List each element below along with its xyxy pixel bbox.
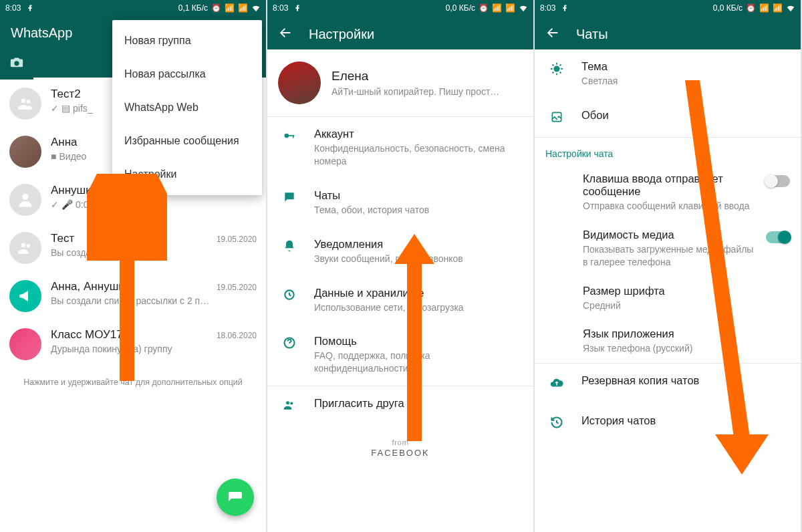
- group-avatar-icon: [9, 232, 41, 264]
- new-chat-fab[interactable]: [217, 479, 254, 516]
- back-button[interactable]: [545, 25, 560, 43]
- chat-title: Анна: [51, 136, 78, 149]
- signal-icon: 📶: [759, 3, 769, 13]
- signal-icon: 📶: [238, 3, 248, 13]
- back-button[interactable]: [278, 25, 293, 43]
- svg-point-18: [553, 65, 559, 72]
- app-bar: Чаты: [535, 16, 801, 49]
- setting-invite[interactable]: Пригласить друга: [267, 386, 533, 425]
- setting-subtitle: Отправка сообщений клавишей ввода: [583, 200, 758, 213]
- chat-row[interactable]: Тест 19.05.2020 Вы создали группу "Тест …: [0, 224, 266, 272]
- chat-subtitle: pifs_: [73, 103, 93, 114]
- facebook-icon: [26, 4, 34, 12]
- setting-subtitle: Использование сети, автозагрузка: [314, 301, 523, 314]
- svg-point-3: [21, 243, 26, 247]
- setting-title: Обои: [581, 109, 790, 122]
- section-header: Настройки чата: [535, 138, 801, 164]
- chat-title: Анна, Аннушка: [51, 280, 130, 293]
- setting-enter-send[interactable]: Клавиша ввода отправляет сообщение Отпра…: [535, 164, 801, 221]
- chat-subtitle: Вы создали список рассылки с 2 п…: [51, 295, 257, 306]
- toggle-switch[interactable]: [766, 175, 790, 187]
- setting-subtitle: Язык телефона (русский): [583, 342, 790, 355]
- chat-subtitle: Вы создали группу "Тест ": [51, 247, 257, 258]
- setting-subtitle: Показывать загруженные медиафайлы в гале…: [583, 243, 758, 269]
- check-icon: ✓: [51, 199, 59, 210]
- setting-theme[interactable]: Тема Светлая: [535, 49, 801, 98]
- panel-settings: 8:03 0,0 КБ/с ⏰ 📶 📶 Настройки Елена АйТи…: [267, 0, 535, 532]
- chat-icon: [281, 190, 298, 207]
- help-icon: [281, 336, 298, 352]
- svg-point-9: [285, 134, 289, 138]
- status-time: 8:03: [540, 3, 555, 13]
- panel-chats-settings: 8:03 0,0 КБ/с ⏰ 📶 📶 Чаты Тема Светлая Об…: [535, 0, 802, 532]
- svg-point-15: [290, 402, 293, 405]
- history-icon: [548, 416, 565, 432]
- wifi-icon: [786, 3, 795, 13]
- setting-chats[interactable]: Чаты Тема, обои, история чатов: [267, 178, 533, 227]
- setting-title: Видимость медиа: [583, 229, 758, 241]
- setting-help[interactable]: Помощь FAQ, поддержка, политика конфиден…: [267, 324, 533, 386]
- chat-subtitle: Дурында покинул(-а) группу: [51, 344, 257, 354]
- overflow-menu: Новая группа Новая рассылка WhatsApp Web…: [112, 20, 262, 195]
- svg-point-0: [21, 98, 26, 103]
- toggle-switch[interactable]: [766, 231, 790, 243]
- chat-subtitle: Видео: [59, 151, 86, 162]
- setting-app-language[interactable]: Язык приложения Язык телефона (русский): [535, 319, 801, 363]
- setting-subtitle: FAQ, поддержка, политика конфиденциально…: [314, 350, 523, 375]
- setting-account[interactable]: Аккаунт Конфиденциальность, безопасность…: [267, 117, 533, 178]
- setting-font-size[interactable]: Размер шрифта Средний: [535, 277, 801, 320]
- chat-title: Тест: [51, 232, 74, 245]
- video-icon: ■: [51, 151, 56, 162]
- profile-name: Елена: [331, 69, 499, 84]
- menu-new-group[interactable]: Новая группа: [112, 24, 262, 57]
- alarm-icon: ⏰: [479, 3, 489, 13]
- menu-settings[interactable]: Настройки: [112, 158, 262, 191]
- invite-icon: [281, 398, 298, 414]
- signal-icon: 📶: [505, 3, 515, 13]
- status-bar: 8:03 0,0 КБ/с ⏰ 📶 📶: [267, 0, 533, 16]
- menu-whatsapp-web[interactable]: WhatsApp Web: [112, 91, 262, 124]
- chat-row[interactable]: Класс МОУ17 18.06.2020 Дурында покинул(-…: [0, 320, 266, 368]
- avatar: [9, 136, 41, 168]
- cloud-icon: [548, 376, 565, 393]
- panel-chats: 8:03 0,1 КБ/с ⏰ 📶 📶 WhatsApp ЧАТЫ Тест2 …: [0, 0, 267, 532]
- setting-title: Тема: [581, 60, 790, 73]
- svg-point-14: [286, 401, 289, 404]
- data-icon: [281, 288, 298, 304]
- chat-subtitle: 0:01: [76, 199, 94, 210]
- wifi-icon: [251, 3, 261, 13]
- setting-media-visibility[interactable]: Видимость медиа Показывать загруженные м…: [535, 221, 801, 277]
- profile-status: АйТи-шный копирайтер. Пишу прост…: [331, 86, 499, 97]
- setting-notifications[interactable]: Уведомления Звуки сообщений, групп и зво…: [267, 227, 533, 276]
- menu-starred[interactable]: Избранные сообщения: [112, 124, 262, 158]
- status-datarate: 0,0 КБ/с: [446, 3, 475, 13]
- setting-wallpaper[interactable]: Обои: [535, 98, 801, 137]
- chat-row[interactable]: Анна, Аннушка 19.05.2020 Вы создали спис…: [0, 272, 266, 320]
- status-bar: 8:03 0,0 КБ/с ⏰ 📶 📶: [535, 0, 801, 16]
- status-time: 8:03: [5, 3, 21, 13]
- setting-data[interactable]: Данные и хранилище Использование сети, а…: [267, 276, 533, 325]
- svg-point-1: [27, 100, 30, 103]
- alarm-icon: ⏰: [211, 3, 221, 13]
- setting-title: Помощь: [314, 335, 523, 348]
- wifi-icon: [519, 3, 528, 13]
- chat-date: 19.05.2020: [217, 235, 257, 244]
- setting-title: Аккаунт: [314, 128, 523, 140]
- camera-tab[interactable]: [0, 55, 33, 72]
- broadcast-avatar-icon: [9, 280, 41, 312]
- footer-from: from: [267, 438, 533, 446]
- signal-icon: 📶: [773, 3, 783, 13]
- menu-new-broadcast[interactable]: Новая рассылка: [112, 57, 262, 91]
- group-avatar-icon: [9, 88, 41, 120]
- alarm-icon: ⏰: [746, 3, 756, 13]
- profile-avatar: [278, 61, 321, 104]
- setting-backup[interactable]: Резервная копия чатов: [535, 364, 801, 404]
- setting-title: Пригласить друга: [314, 397, 523, 410]
- setting-history[interactable]: История чатов: [535, 404, 801, 442]
- chat-date: 18.06.2020: [217, 331, 257, 340]
- profile-row[interactable]: Елена АйТи-шный копирайтер. Пишу прост…: [267, 49, 533, 116]
- setting-subtitle: Светлая: [581, 75, 790, 88]
- doc-icon: ▤: [61, 103, 70, 114]
- setting-title: Данные и хранилище: [314, 287, 523, 299]
- wallpaper-icon: [548, 110, 565, 126]
